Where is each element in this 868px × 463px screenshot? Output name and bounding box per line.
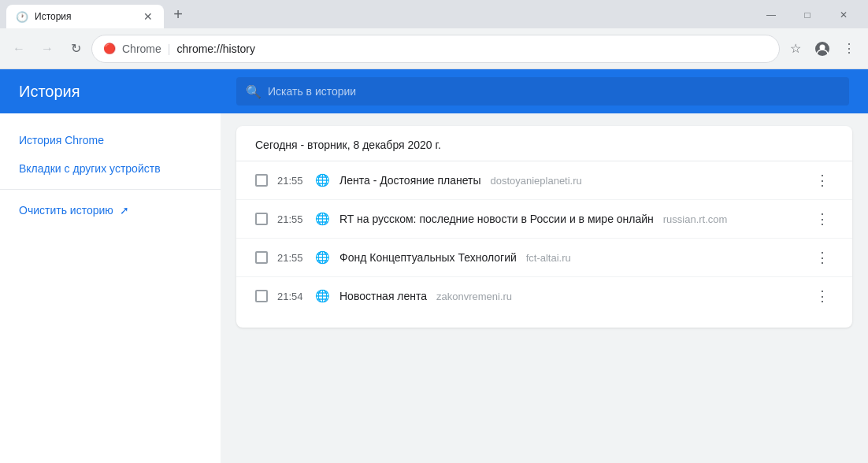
row-checkbox-2[interactable]	[255, 213, 268, 225]
history-row[interactable]: 21:55 🌐 Лента - Достояние планеты dostoy…	[236, 161, 852, 200]
row-checkbox-4[interactable]	[255, 290, 268, 302]
new-tab-button[interactable]: +	[167, 3, 189, 25]
tab-title: История	[35, 11, 135, 22]
minimize-button[interactable]: —	[753, 5, 789, 25]
site-domain-4: zakonvremeni.ru	[436, 291, 512, 302]
forward-button[interactable]: →	[35, 36, 60, 61]
more-button-3[interactable]: ⋮	[811, 246, 833, 269]
maximize-button[interactable]: □	[789, 5, 825, 25]
toolbar-icons: ☆ ⋮	[783, 36, 862, 61]
page-title: История	[19, 83, 224, 101]
time-1: 21:55	[277, 175, 306, 187]
sidebar-other-devices-label: Вкладки с других устройств	[19, 162, 161, 175]
time-2: 21:55	[277, 213, 306, 225]
menu-button[interactable]: ⋮	[836, 36, 862, 61]
globe-icon-4: 🌐	[315, 289, 330, 303]
site-domain-2: russian.rt.com	[663, 213, 728, 225]
sidebar-clear-label: Очистить историю	[19, 204, 113, 217]
globe-icon-1: 🌐	[315, 173, 330, 187]
sidebar: История Chrome Вкладки с других устройст…	[0, 113, 221, 463]
main-content: История Chrome Вкладки с других устройст…	[0, 113, 868, 463]
tab-close-button[interactable]: ✕	[142, 10, 154, 23]
site-title-1: Лента - Достояние планеты dostoyanieplan…	[339, 174, 802, 187]
more-button-1[interactable]: ⋮	[811, 169, 833, 191]
external-link-icon: ➚	[120, 204, 129, 217]
globe-icon-3: 🌐	[315, 250, 330, 265]
site-domain-1: dostoyanieplaneti.ru	[490, 175, 581, 187]
site-title-4: Новостная лента zakonvremeni.ru	[339, 290, 802, 302]
omnibox[interactable]: 🔴 Chrome | chrome://history	[91, 35, 780, 63]
page-header: История 🔍 Искать в истории	[0, 69, 868, 113]
sidebar-item-other-devices[interactable]: Вкладки с других устройств	[0, 154, 221, 183]
omnibox-separator: |	[168, 43, 171, 55]
profile-button[interactable]	[810, 36, 835, 61]
time-3: 21:55	[277, 252, 306, 264]
history-row[interactable]: 21:55 🌐 Фонд Концептуальных Технологий f…	[236, 239, 852, 277]
history-row[interactable]: 21:54 🌐 Новостная лента zakonvremeni.ru …	[236, 277, 852, 315]
titlebar: 🕐 История ✕ + — □ ✕	[0, 0, 868, 28]
sidebar-item-clear-history[interactable]: Очистить историю ➚	[0, 196, 221, 224]
site-title-3: Фонд Концептуальных Технологий fct-altai…	[339, 251, 802, 264]
address-bar: ← → ↻ 🔴 Chrome | chrome://history ☆ ⋮	[0, 28, 868, 69]
site-title-2: RT на русском: последние новости в Росси…	[339, 213, 802, 225]
tab-history-icon: 🕐	[16, 11, 28, 23]
sidebar-divider	[0, 189, 221, 190]
globe-icon-2: 🌐	[315, 212, 330, 226]
back-button[interactable]: ←	[6, 36, 32, 61]
row-checkbox-3[interactable]	[255, 251, 268, 264]
secure-icon: 🔴	[103, 43, 116, 54]
history-row[interactable]: 21:55 🌐 RT на русском: последние новости…	[236, 200, 852, 239]
active-tab[interactable]: 🕐 История ✕	[6, 5, 164, 28]
omnibox-chrome-label: Chrome	[122, 43, 161, 55]
search-icon: 🔍	[246, 84, 262, 99]
refresh-button[interactable]: ↻	[63, 36, 88, 61]
close-button[interactable]: ✕	[825, 5, 862, 25]
omnibox-url: chrome://history	[176, 43, 255, 55]
history-area: Сегодня - вторник, 8 декабря 2020 г. 21:…	[221, 113, 868, 463]
history-card: Сегодня - вторник, 8 декабря 2020 г. 21:…	[236, 126, 852, 328]
row-checkbox-1[interactable]	[255, 174, 268, 187]
more-button-2[interactable]: ⋮	[811, 208, 833, 230]
more-button-4[interactable]: ⋮	[811, 285, 833, 307]
date-header: Сегодня - вторник, 8 декабря 2020 г.	[236, 139, 852, 161]
window-controls: — □ ✕	[753, 5, 862, 25]
sidebar-chrome-history-label: История Chrome	[19, 134, 104, 146]
search-box[interactable]: 🔍 Искать в истории	[236, 77, 849, 106]
bookmark-button[interactable]: ☆	[783, 36, 808, 61]
time-4: 21:54	[277, 291, 306, 302]
sidebar-item-chrome-history[interactable]: История Chrome	[0, 126, 221, 154]
site-domain-3: fct-altai.ru	[526, 252, 571, 264]
search-placeholder: Искать в истории	[268, 85, 356, 98]
